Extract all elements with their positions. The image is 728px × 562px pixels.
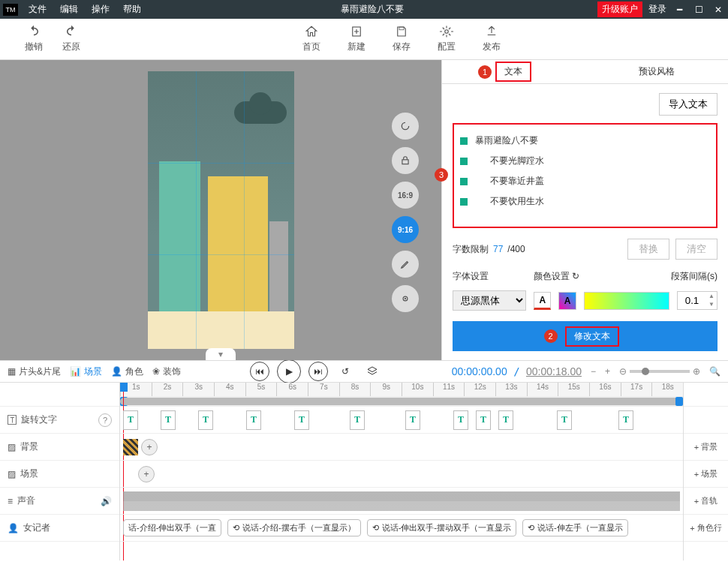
ratio-169-button[interactable]: 16:9 [392,182,419,209]
timeline-ruler[interactable]: 1s2s3s4s5s6s7s8s9s10s11s12s13s14s15s16s1… [120,383,683,396]
timeline-scrollbar[interactable] [120,396,683,407]
font-select[interactable]: 思源黑体 [453,290,526,311]
edit-canvas-button[interactable] [392,251,419,278]
spacing-down-icon[interactable]: ▼ [706,301,717,309]
text-clip[interactable]: T [123,410,138,430]
duration-link[interactable]: 00:00:18.00 [526,365,582,377]
time-plus-button[interactable]: + [605,366,610,377]
spacing-up-icon[interactable]: ▲ [706,293,717,301]
maximize-icon[interactable]: ☐ [692,3,705,17]
track-text[interactable]: T T T T T T T T T T T T [120,407,683,434]
modify-text-button[interactable]: 2 修改文本 [453,321,717,351]
lock-button[interactable] [392,147,419,174]
tab-decor[interactable]: ❀ 装饰 [152,365,181,378]
config-label: 配置 [438,41,456,53]
zoom-in-icon[interactable]: ⊕ [693,366,700,377]
time-display: 00:00:00.00 / 00:00:18.00 [452,365,582,377]
menu-action[interactable]: 操作 [86,1,116,18]
save-button[interactable]: 保存 [383,25,420,53]
replace-button[interactable]: 替换 [627,239,669,260]
track-bg-label[interactable]: ▨ 背景 [0,434,119,461]
tab-scene[interactable]: 📊 场景 [70,365,102,378]
bullet-icon [460,158,468,165]
list-item[interactable]: 不要光脚蹚水 [460,151,710,171]
undo-button[interactable]: 撤销 [15,25,53,53]
list-item[interactable]: 暴雨避险八不要 [460,131,710,151]
zoom-slider[interactable] [630,370,690,373]
track-reporter-label[interactable]: 👤 女记者 [0,515,119,542]
track-audio-label[interactable]: ≡ 声音🔊 [0,488,119,515]
add-role-track-button[interactable]: + 角色行 [684,515,728,542]
list-item[interactable]: 不要饮用生水 [460,191,710,212]
text-clip[interactable]: T [294,410,309,430]
login-button[interactable]: 登录 [648,3,666,16]
text-clip[interactable]: T [198,410,213,430]
list-item[interactable]: 不要靠近井盖 [460,171,710,191]
speech-clip[interactable]: ⟲ 说话-伸出双手-摆动双手（一直显示 [367,519,516,536]
zoom-out-icon[interactable]: ⊖ [619,366,627,377]
upgrade-button[interactable]: 升级账户 [597,2,642,17]
tab-text[interactable]: 1 文本 [442,60,585,83]
import-text-button[interactable]: 导入文本 [659,93,717,116]
next-button[interactable]: ⏭ [308,362,328,381]
audio-waveform[interactable] [123,491,680,511]
add-scene-clip-button[interactable]: + [138,466,155,482]
prev-button[interactable]: ⏮ [250,362,269,381]
text-clip[interactable]: T [161,410,176,430]
redo-button[interactable]: 还原 [53,25,90,53]
config-button[interactable]: 配置 [428,25,465,53]
close-icon[interactable]: ✕ [711,3,725,17]
text-list[interactable]: 暴雨避险八不要 不要光脚蹚水 不要靠近井盖 不要饮用生水 [453,123,717,228]
loop-button[interactable]: ↺ [335,362,355,381]
speech-clip[interactable]: ⟲ 说话-伸左手（一直显示 [522,519,628,536]
zoom-fit-icon[interactable]: 🔍 [709,366,720,377]
home-button[interactable]: 首页 [293,25,330,53]
text-clip[interactable]: T [405,410,420,430]
speech-clip[interactable]: ⟲ 说话-介绍-摆右手（一直显示） [227,519,360,536]
track-scene[interactable]: + [120,461,683,488]
track-scene-label[interactable]: ▨ 场景 [0,461,119,488]
spacing-value[interactable] [678,292,706,309]
canvas-area[interactable]: 16:9 9:16 ▾ [0,60,441,360]
speaker-icon[interactable]: 🔊 [101,496,112,506]
text-clip[interactable]: T [476,410,491,430]
add-audio-track-button[interactable]: + 音轨 [684,488,728,515]
menu-help[interactable]: 帮助 [117,1,147,18]
publish-button[interactable]: 发布 [473,25,510,53]
tab-role[interactable]: 👤 角色 [111,365,143,378]
ratio-916-button[interactable]: 9:16 [392,216,419,243]
tab-preset[interactable]: 预设风格 [585,60,729,83]
text-clip[interactable]: T [246,410,261,430]
text-clip[interactable]: T [498,410,513,430]
settings-canvas-button[interactable] [392,285,419,312]
add-bg-clip-button[interactable]: + [141,439,158,455]
layers-button[interactable] [362,362,382,381]
text-clip[interactable]: T [453,410,468,430]
new-button[interactable]: 新建 [338,25,375,53]
track-text-label[interactable]: 🅃 旋转文字? [0,407,119,434]
text-color-multi-button[interactable]: A [558,292,576,310]
text-clip[interactable]: T [557,410,572,430]
tab-clips[interactable]: ▦ 片头&片尾 [8,365,61,378]
text-clip[interactable]: T [350,410,365,430]
track-reporter[interactable]: 话-介绍-伸出双手（一直 ⟲ 说话-介绍-摆右手（一直显示） ⟲ 说话-伸出双手… [120,515,683,542]
text-clip[interactable]: T [618,410,633,430]
add-scene-track-button[interactable]: + 场景 [684,461,728,488]
clear-button[interactable]: 清空 [675,239,717,260]
color-swatch[interactable] [584,292,669,310]
track-text-help-icon[interactable]: ? [98,413,112,427]
track-audio[interactable] [120,488,683,515]
track-bg[interactable]: + [120,434,683,461]
speech-clip[interactable]: 话-介绍-伸出双手（一直 [123,519,221,536]
play-button[interactable]: ▶ [277,359,301,383]
add-bg-track-button[interactable]: + 背景 [684,434,728,461]
menu-file[interactable]: 文件 [23,1,53,18]
minimize-icon[interactable]: ━ [672,3,686,17]
spacing-input[interactable]: ▲▼ [677,291,717,310]
menu-edit[interactable]: 编辑 [54,1,84,18]
canvas-expand-button[interactable]: ▾ [206,348,236,360]
text-color-button[interactable]: A [534,292,551,310]
bg-clip[interactable] [123,439,138,455]
refresh-button[interactable] [392,113,419,140]
time-minus-button[interactable]: − [591,366,596,377]
